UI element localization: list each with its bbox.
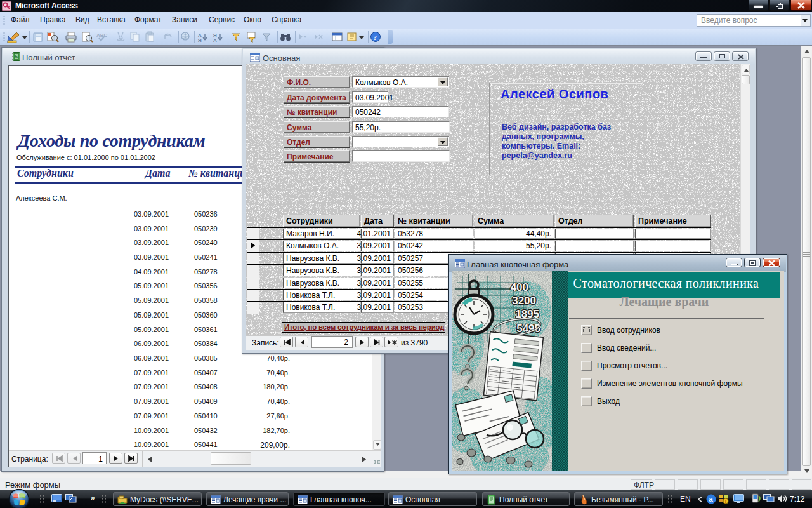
svg-text:!: ! xyxy=(725,498,727,504)
svg-text:3200: 3200 xyxy=(512,295,536,307)
svg-text:А: А xyxy=(213,37,217,43)
svg-text:?: ? xyxy=(374,34,377,41)
svg-text:400: 400 xyxy=(511,281,528,293)
svg-text:a: a xyxy=(709,495,714,503)
svg-text:5: 5 xyxy=(15,53,18,60)
svg-text:*: * xyxy=(304,34,306,41)
svg-text:Я: Я xyxy=(198,37,202,43)
svg-text:ABC: ABC xyxy=(96,32,108,38)
